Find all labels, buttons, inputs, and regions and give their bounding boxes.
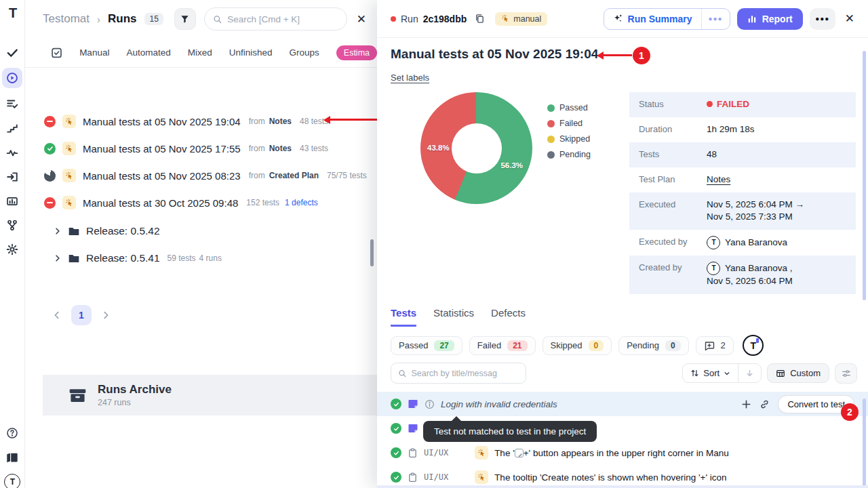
copy-icon[interactable] xyxy=(475,14,485,24)
assignee-avatar[interactable]: T xyxy=(743,335,764,356)
tab-groups[interactable]: Groups xyxy=(290,47,319,58)
tests-search-input[interactable] xyxy=(411,369,519,378)
test-plan-link[interactable]: Notes xyxy=(707,174,730,184)
runs-header: Testomat › Runs 15 ✕ xyxy=(25,0,377,38)
tab-tests[interactable]: Tests xyxy=(391,307,416,327)
sidebar-item-docs[interactable] xyxy=(6,451,19,464)
select-all-icon[interactable] xyxy=(51,47,62,59)
view-settings-button[interactable] xyxy=(835,363,857,384)
info-row-tests: Tests 48 xyxy=(629,142,856,167)
steps-icon xyxy=(6,122,18,134)
tests-scrollbar-thumb[interactable] xyxy=(863,399,866,488)
page-number[interactable]: 1 xyxy=(71,305,92,325)
sidebar-item-pulse[interactable] xyxy=(6,146,18,159)
next-page-icon[interactable] xyxy=(101,310,111,320)
panel-scrollbar-thumb[interactable] xyxy=(863,51,866,300)
tab-estimate-badge[interactable]: Estima xyxy=(336,45,377,60)
chevron-right-icon[interactable] xyxy=(54,227,62,235)
user-avatar[interactable]: T xyxy=(4,474,20,488)
status-failed-icon xyxy=(44,116,56,127)
left-scrollbar-thumb[interactable] xyxy=(370,239,374,266)
sort-label: Sort xyxy=(703,368,719,378)
info-label: Tests xyxy=(639,148,707,159)
annotation-arrow-left xyxy=(330,119,377,121)
set-labels-link[interactable]: Set labels xyxy=(391,73,429,83)
run-row[interactable]: Manual tests at 05 Nov 2025 08:23 from C… xyxy=(25,164,377,187)
sidebar-item-branches[interactable] xyxy=(6,219,18,231)
failed-slice-label: 43.8% xyxy=(427,144,450,152)
annotation-step-2: 2 xyxy=(841,403,859,421)
manual-run-icon xyxy=(62,142,76,155)
archive-title: Runs Archive xyxy=(98,383,172,396)
plus-icon[interactable] xyxy=(741,399,751,409)
test-row[interactable]: UI/UX The '+' button appears in the uppe… xyxy=(377,441,868,465)
tab-automated[interactable]: Automated xyxy=(126,47,170,58)
more-options-button[interactable]: ●●● xyxy=(810,8,835,30)
tab-statistics[interactable]: Statistics xyxy=(433,307,474,327)
sidebar-item-analytics[interactable] xyxy=(6,195,18,207)
sidebar-item-runs[interactable] xyxy=(2,68,22,88)
sidebar-item-settings[interactable] xyxy=(6,243,18,256)
sidebar-item-tests[interactable] xyxy=(6,46,18,58)
list-check-icon xyxy=(6,98,18,110)
run-row[interactable]: Manual tests at 30 Oct 2025 09:48 152 te… xyxy=(25,191,377,214)
run-summary-more-button[interactable]: ●●● xyxy=(701,9,730,29)
chip-comments[interactable]: 2 xyxy=(696,336,734,355)
runs-search[interactable] xyxy=(204,7,347,30)
chevron-down-icon xyxy=(724,370,730,377)
test-row[interactable]: Login with invalid credentials Convert t… xyxy=(377,392,868,416)
sliders-icon xyxy=(842,369,851,378)
legend-passed-dot xyxy=(547,104,555,112)
test-title: The tooltip 'Create notes' is shown when… xyxy=(494,472,726,483)
test-title-part: The ' xyxy=(494,448,515,458)
legend-pending-dot xyxy=(547,151,555,159)
pagination: 1 xyxy=(52,305,111,325)
executed-start: Nov 5, 2025 6:04 PM → xyxy=(707,199,804,211)
runs-archive-banner[interactable]: Runs Archive 247 runs xyxy=(43,375,377,415)
chip-failed[interactable]: Failed21 xyxy=(469,336,536,355)
close-panel-icon[interactable]: ✕ xyxy=(844,12,856,26)
tab-mixed[interactable]: Mixed xyxy=(188,47,212,58)
filter-button[interactable] xyxy=(174,8,196,30)
release-folder-row[interactable]: Release: 0.5.41 59 tests 4 runs xyxy=(25,247,377,270)
tab-unfinished[interactable]: Unfinished xyxy=(229,47,273,58)
cursor-click-icon xyxy=(65,117,74,126)
sidebar-item-plans[interactable] xyxy=(6,98,18,110)
run-from-value: Notes xyxy=(269,117,292,126)
chip-skipped[interactable]: Skipped0 xyxy=(542,336,612,355)
breadcrumb-page: Runs xyxy=(108,12,137,26)
run-row[interactable]: Manual tests at 05 Nov 2025 17:55 from N… xyxy=(25,137,377,160)
release-folder-row[interactable]: Release: 0.5.42 xyxy=(25,220,377,243)
sort-arrows-icon xyxy=(690,369,699,378)
chip-count: 0 xyxy=(589,340,604,351)
bar-chart-icon xyxy=(6,195,18,207)
run-summary-button[interactable]: Run Summary xyxy=(604,9,701,29)
runs-search-input[interactable] xyxy=(227,14,338,24)
avatar-t-logo: T xyxy=(4,474,20,488)
run-defects-link[interactable]: 1 defects xyxy=(285,198,318,207)
chevron-right-icon[interactable] xyxy=(54,254,62,262)
sidebar-item-import[interactable] xyxy=(6,171,18,183)
report-button[interactable]: Report xyxy=(737,8,803,30)
chip-passed[interactable]: Passed27 xyxy=(391,336,462,355)
tests-search[interactable] xyxy=(391,363,526,384)
tests-count-value: 48 xyxy=(707,148,717,161)
breadcrumb-app[interactable]: Testomat xyxy=(43,12,90,26)
chip-pending[interactable]: Pending0 xyxy=(618,336,688,355)
close-search-icon[interactable]: ✕ xyxy=(353,11,370,28)
cursor-click-icon xyxy=(501,14,510,23)
annotation-step-1: 1 xyxy=(633,47,650,64)
info-row-test-plan: Test Plan Notes xyxy=(629,167,856,192)
sort-button[interactable]: Sort xyxy=(683,364,738,382)
tab-defects[interactable]: Defects xyxy=(491,307,526,327)
archive-count: 247 runs xyxy=(98,398,172,407)
tab-manual[interactable]: Manual xyxy=(79,47,109,58)
sidebar-item-help[interactable] xyxy=(6,427,18,439)
prev-page-icon[interactable] xyxy=(52,310,62,320)
chip-count: 0 xyxy=(665,340,681,351)
sidebar-item-steps[interactable] xyxy=(6,122,18,134)
sort-direction-button[interactable] xyxy=(738,364,761,382)
custom-columns-button[interactable]: Custom xyxy=(767,363,829,383)
test-row[interactable]: UI/UX The tooltip 'Create notes' is show… xyxy=(377,465,868,488)
link-icon[interactable] xyxy=(760,399,770,409)
